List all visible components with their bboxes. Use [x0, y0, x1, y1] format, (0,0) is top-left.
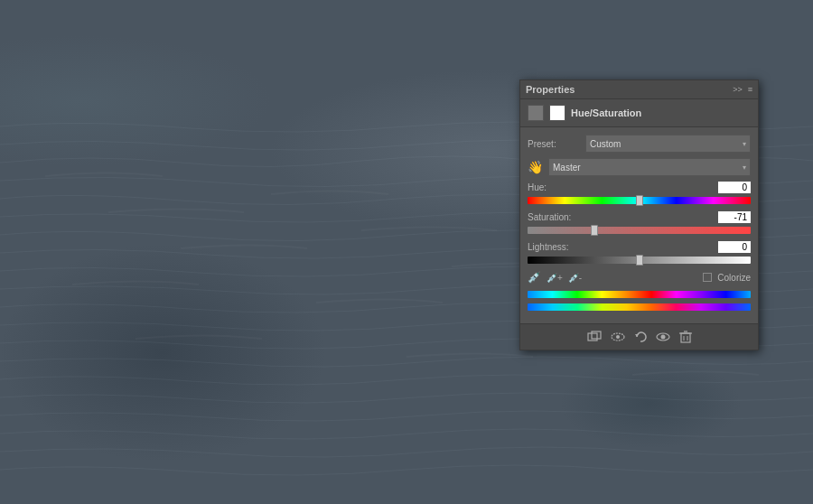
hue-slider-section: Hue:	[528, 182, 751, 204]
hue-value-input[interactable]	[718, 182, 751, 193]
saturation-slider-track[interactable]	[528, 227, 751, 234]
panel-icons: >> ≡	[733, 85, 752, 94]
channel-dropdown[interactable]: Master ▾	[548, 158, 751, 176]
saturation-slider-section: Saturation:	[528, 211, 751, 234]
preset-label: Preset:	[528, 139, 582, 149]
eye-dotted-icon[interactable]	[611, 331, 625, 342]
hue-slider-track[interactable]	[528, 197, 751, 204]
clip-to-layer-icon[interactable]	[587, 331, 602, 343]
dropdown-arrow-icon: ▾	[743, 140, 746, 148]
panel-body: Preset: Custom ▾ 👋 Master ▾ Hue:	[520, 127, 758, 323]
svg-marker-4	[635, 334, 639, 337]
eyedropper-plus-icon[interactable]: 💉+	[547, 273, 563, 283]
tools-row: 💉 💉+ 💉- Colorize	[528, 271, 751, 284]
lightness-value-input[interactable]	[718, 241, 751, 253]
panel-titlebar: Properties >> ≡	[520, 80, 758, 99]
svg-rect-1	[592, 331, 601, 339]
hand-tool-icon[interactable]: 👋	[528, 160, 543, 174]
channel-value: Master	[553, 163, 581, 173]
hue-label-row: Hue:	[528, 182, 751, 193]
collapse-icon[interactable]: >>	[733, 85, 743, 94]
svg-point-3	[616, 335, 620, 339]
saturation-slider-thumb[interactable]	[591, 225, 598, 236]
undo-icon[interactable]	[634, 331, 647, 343]
preset-value: Custom	[590, 139, 621, 149]
color-spectrum-bar	[528, 291, 751, 298]
layer-mask-thumbnail	[549, 105, 565, 121]
panel-title: Properties	[526, 84, 575, 95]
lightness-label: Lightness:	[528, 242, 569, 252]
color-spectrum-bar-2	[528, 303, 751, 311]
panel-bottom-bar	[520, 323, 758, 350]
preset-row: Preset: Custom ▾	[528, 135, 751, 153]
colorize-label: Colorize	[717, 273, 751, 283]
colorize-checkbox[interactable]	[703, 273, 712, 282]
preset-dropdown[interactable]: Custom ▾	[585, 135, 751, 153]
lightness-label-row: Lightness:	[528, 241, 751, 253]
svg-point-6	[660, 335, 665, 340]
hue-slider-thumb[interactable]	[636, 195, 643, 206]
layer-name: Hue/Saturation	[571, 107, 641, 118]
saturation-label-row: Saturation:	[528, 211, 751, 223]
visibility-icon[interactable]	[656, 331, 670, 342]
trash-icon[interactable]	[679, 330, 692, 344]
lightness-slider-section: Lightness:	[528, 241, 751, 264]
saturation-value-input[interactable]	[718, 211, 751, 223]
hue-label: Hue:	[528, 182, 547, 192]
svg-rect-7	[681, 333, 690, 342]
svg-rect-0	[588, 333, 597, 341]
lightness-slider-track[interactable]	[528, 257, 751, 264]
lightness-slider-thumb[interactable]	[636, 255, 643, 266]
eyedropper-minus-icon[interactable]: 💉-	[568, 273, 582, 283]
saturation-label: Saturation:	[528, 212, 571, 222]
channel-dropdown-arrow-icon: ▾	[743, 163, 746, 172]
eyedropper-icon[interactable]: 💉	[528, 271, 541, 284]
channel-row: 👋 Master ▾	[528, 158, 751, 176]
layer-thumbnail	[528, 105, 544, 121]
menu-icon[interactable]: ≡	[748, 85, 752, 94]
panel-header: Hue/Saturation	[520, 99, 758, 127]
properties-panel: Properties >> ≡ Hue/Saturation Preset: C…	[519, 79, 759, 350]
